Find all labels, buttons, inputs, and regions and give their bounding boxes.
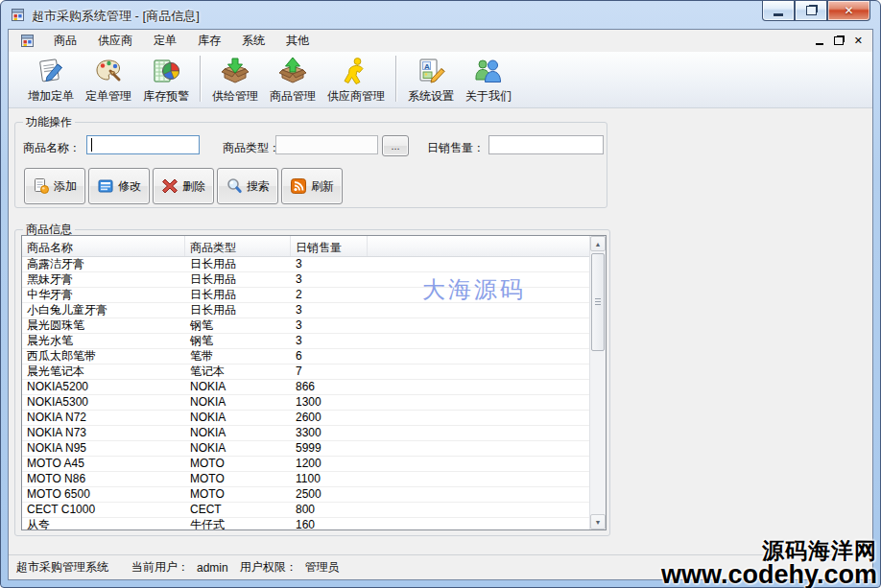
toolbar-button-system-settings[interactable]: A系统设置	[402, 52, 460, 105]
table-cell: 1300	[291, 395, 368, 410]
scroll-thumb[interactable]	[591, 253, 605, 351]
toolbar-separator	[395, 56, 397, 102]
table-row[interactable]: NOKIA5200NOKIA866	[22, 380, 590, 395]
menu-item[interactable]: 库存	[187, 30, 231, 52]
table-cell: 高露洁牙膏	[22, 257, 185, 271]
menu-item[interactable]: 其他	[275, 30, 320, 52]
product-manage-icon	[277, 56, 308, 86]
daily-sales-input[interactable]	[488, 135, 604, 154]
mdi-minimize-button[interactable]	[816, 43, 823, 45]
table-cell: 中华牙膏	[22, 288, 185, 302]
product-listview: 商品名称商品类型日销售量 高露洁牙膏日长用品3黑妹牙膏日长用品3中华牙膏日长用品…	[21, 235, 607, 530]
menu-items: 商品供应商定单库存系统其他	[43, 30, 320, 52]
table-cell: MOTO	[185, 472, 291, 486]
toolbar: 增加定单定单管理库存预警供给管理商品管理供应商管理A系统设置关于我们	[9, 52, 872, 108]
menu-item[interactable]: 商品	[43, 30, 87, 52]
toolbar-button-supplier-manage[interactable]: 供应商管理	[321, 52, 391, 105]
action-button-delete[interactable]: 删除	[153, 168, 214, 204]
table-row[interactable]: MOTO N86MOTO1100	[22, 472, 590, 487]
menu-item[interactable]: 定单	[143, 30, 187, 52]
restore-button[interactable]	[795, 1, 827, 21]
table-row[interactable]: NOKIA5300NOKIA1300	[22, 395, 590, 411]
table-row[interactable]: 小白兔儿童牙膏日长用品3	[22, 303, 590, 318]
scroll-down-button[interactable]: ▼	[590, 514, 606, 529]
table-row[interactable]: NOKIA N73NOKIA3300	[22, 426, 590, 441]
product-name-label: 商品名称：	[23, 140, 81, 156]
product-type-label: 商品类型：	[223, 140, 280, 156]
mdi-close-button[interactable]: ✕	[854, 35, 863, 46]
menu-item[interactable]: 供应商	[87, 30, 143, 52]
table-cell: 日长用品	[185, 257, 291, 271]
product-list-panel: 商品信息 商品名称商品类型日销售量 高露洁牙膏日长用品3黑妹牙膏日长用品3中华牙…	[14, 229, 610, 536]
action-button-search[interactable]: 搜索	[217, 168, 278, 204]
action-button-edit[interactable]: 修改	[88, 168, 150, 204]
table-row[interactable]: NOKIA N95NOKIA5999	[22, 441, 590, 457]
client-area: 商品供应商定单库存系统其他 ✕ 增加定单定单管理库存预警供给管理商品管理供应商管…	[9, 30, 872, 579]
table-row[interactable]: 晨光笔记本笔记本7	[22, 365, 590, 380]
table-cell: 黑妹牙膏	[22, 272, 185, 287]
toolbar-button-supply-manage[interactable]: 供给管理	[206, 52, 264, 105]
table-cell: NOKIA	[185, 441, 291, 456]
action-button-refresh[interactable]: 刷新	[281, 168, 343, 204]
status-app-name: 超市采购管理系统	[16, 559, 108, 576]
table-cell: 1200	[291, 457, 368, 471]
toolbar-button-about-us[interactable]: 关于我们	[460, 52, 517, 105]
toolbar-button-new-order[interactable]: 增加定单	[22, 52, 80, 105]
table-cell: 晨光圆珠笔	[22, 318, 185, 333]
action-button-label: 添加	[54, 178, 77, 195]
table-cell: 160	[291, 518, 368, 529]
toolbar-button-label: 关于我们	[465, 88, 512, 105]
toolbar-button-label: 系统设置	[408, 88, 454, 105]
table-row[interactable]: NOKIA N72NOKIA2600	[22, 411, 590, 426]
table-row[interactable]: 黑妹牙膏日长用品3	[22, 272, 590, 288]
toolbar-button-stock-alert[interactable]: 库存预警	[137, 52, 195, 105]
list-header: 商品名称商品类型日销售量	[22, 236, 606, 257]
column-header[interactable]: 日销售量	[291, 236, 368, 256]
table-cell: 2600	[291, 411, 368, 425]
table-cell: 3	[291, 257, 368, 271]
restore-icon	[806, 6, 817, 15]
column-header[interactable]: 商品名称	[22, 236, 185, 256]
table-cell: 西瓜太郎笔带	[22, 349, 185, 364]
table-row[interactable]: 西瓜太郎笔带笔带6	[22, 349, 590, 365]
table-cell: MOTO 6500	[22, 487, 185, 502]
vertical-scrollbar[interactable]: ▲ ▼	[589, 236, 606, 529]
mdi-child-icon	[20, 34, 36, 49]
column-header-filler	[368, 236, 606, 256]
scroll-up-button[interactable]: ▲	[590, 236, 606, 251]
column-header[interactable]: 商品类型	[185, 236, 291, 256]
table-row[interactable]: 高露洁牙膏日长用品3	[22, 257, 590, 272]
toolbar-button-product-manage[interactable]: 商品管理	[264, 52, 321, 105]
close-button[interactable]: ✕	[827, 1, 870, 21]
window-title: 超市采购系统管理 - [商品信息]	[32, 8, 200, 25]
table-row[interactable]: 从夸牛仔式160	[22, 518, 590, 529]
table-row[interactable]: 中华牙膏日长用品2	[22, 288, 590, 303]
action-button-add[interactable]: 添加	[24, 168, 85, 204]
minimize-button[interactable]	[762, 1, 795, 21]
table-row[interactable]: CECT C1000CECT800	[22, 503, 590, 518]
product-name-input[interactable]	[86, 135, 200, 154]
table-cell: 晨光笔记本	[22, 365, 185, 379]
table-row[interactable]: MOTO A45MOTO1200	[22, 457, 590, 472]
toolbar-button-label: 定单管理	[85, 88, 131, 105]
minimize-icon	[774, 13, 783, 16]
table-cell: NOKIA	[185, 426, 291, 440]
table-cell: NOKIA N95	[22, 441, 185, 456]
table-row[interactable]: 晨光圆珠笔钢笔3	[22, 318, 590, 334]
function-panel-legend: 功能操作	[23, 114, 75, 130]
table-row[interactable]: 晨光水笔钢笔3	[22, 334, 590, 349]
product-type-input[interactable]	[275, 135, 378, 154]
action-button-label: 搜索	[247, 178, 270, 195]
menu-item[interactable]: 系统	[231, 30, 275, 52]
browse-button[interactable]: ...	[382, 135, 409, 156]
table-cell: MOTO A45	[22, 457, 185, 471]
table-cell: MOTO	[185, 487, 291, 502]
toolbar-separator	[200, 56, 202, 102]
table-row[interactable]: MOTO 6500MOTO2500	[22, 487, 590, 503]
main-window: 超市采购系统管理 - [商品信息] ✕ 商品供应商定单库存系统其他 ✕ 增加定单…	[0, 0, 881, 588]
titlebar[interactable]: 超市采购系统管理 - [商品信息] ✕	[1, 1, 880, 30]
mdi-restore-button[interactable]	[834, 36, 844, 45]
table-cell: NOKIA	[185, 395, 291, 410]
toolbar-button-order-manage[interactable]: 定单管理	[80, 52, 137, 105]
table-cell: 小白兔儿童牙膏	[22, 303, 185, 318]
